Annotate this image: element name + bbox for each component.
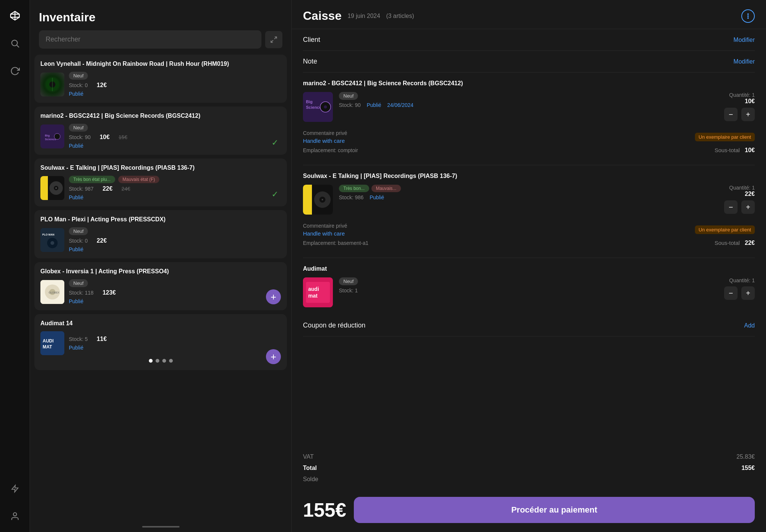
location-label: Emplacement: comptoir <box>303 147 358 153</box>
item-thumbnail: GLOBEX <box>40 280 64 304</box>
item-title: Leon Vynehall - Midnight On Rainbow Road… <box>40 61 281 67</box>
svg-point-35 <box>748 18 748 18</box>
condition-badge: Très bon état plu... <box>69 176 115 183</box>
cart-qty-price: Quantité: 1 10€ − + <box>724 92 755 121</box>
check-icon: ✓ <box>269 188 281 200</box>
item-thumbnail: AUDIMAT <box>40 331 64 355</box>
list-item[interactable]: Leon Vynehall - Midnight On Rainbow Road… <box>34 55 287 103</box>
price-label: 123€ <box>102 289 116 296</box>
published-label: Publié <box>69 246 281 252</box>
price-label: 10€ <box>99 134 110 141</box>
svg-text:MAT: MAT <box>43 344 52 350</box>
price-label: 22€ <box>102 185 113 192</box>
list-item[interactable]: Audimat 14 AUDIMAT Stock: 5 11€ Publié + <box>34 314 287 370</box>
add-to-cart-button[interactable]: + <box>266 349 281 364</box>
qty-decrease-button[interactable]: − <box>724 108 738 121</box>
svg-text:GLOBEX: GLOBEX <box>49 291 59 294</box>
inventory-panel: Inventaire Leon Vynehall - Midnight On R… <box>30 0 292 532</box>
sidebar-icon-user[interactable] <box>7 508 23 525</box>
add-to-cart-button[interactable]: + <box>266 289 281 304</box>
comment-label: Commentaire privé <box>303 130 347 136</box>
cart-stock: Stock: 986 <box>339 194 364 200</box>
svg-marker-6 <box>12 485 18 492</box>
sidebar-icon-diamond[interactable] <box>7 7 23 24</box>
qty-increase-button[interactable]: + <box>741 286 755 300</box>
caisse-footer: 155€ Procéder au paiement <box>292 491 766 532</box>
qty-decrease-button[interactable]: − <box>724 200 738 214</box>
search-wrapper[interactable] <box>39 30 261 49</box>
item-details: Neuf Stock: 118 123€ Publié <box>69 279 281 304</box>
scroll-indicator <box>142 526 180 528</box>
quantity-label: Quantité: 1 <box>724 277 755 283</box>
caisse-body: Client Modifier Note Modifier marino2 - … <box>292 29 766 445</box>
svg-rect-18 <box>40 176 48 200</box>
caisse-articles: (3 articles) <box>386 13 414 19</box>
svg-point-33 <box>748 13 748 14</box>
svg-point-45 <box>322 199 323 200</box>
svg-rect-42 <box>303 185 312 215</box>
item-title: Globex - Inversia 1 | Acting Press (PRES… <box>40 268 281 275</box>
svg-point-34 <box>748 15 748 16</box>
svg-line-5 <box>16 45 19 47</box>
item-details: Très bon état plu... Mauvais état (F) St… <box>69 176 281 200</box>
coupon-row: Coupon de réduction Add <box>303 315 755 336</box>
svg-line-8 <box>275 37 277 39</box>
sidebar-icon-lightning[interactable] <box>7 480 23 497</box>
sidebar-icon-search[interactable] <box>7 35 23 52</box>
sidebar-icon-refresh[interactable] <box>7 63 23 79</box>
check-icon: ✓ <box>269 137 281 149</box>
qty-increase-button[interactable]: + <box>741 108 755 121</box>
caisse-title: Caisse <box>303 9 341 23</box>
list-item[interactable]: marino2 - BGSC2412 | Big Science Records… <box>34 107 287 155</box>
pagination-dot-3[interactable] <box>162 359 166 363</box>
svg-text:audi: audi <box>308 286 319 292</box>
note-modifier-button[interactable]: Modifier <box>733 58 755 65</box>
stock-label: Stock: 90 <box>69 134 91 140</box>
list-item[interactable]: Soulwax - E Talking | [PIAS] Recordings … <box>34 159 287 206</box>
condition-badge-2: Mauvais état (F) <box>118 176 160 183</box>
one-per-client-badge: Un exemplaire par client <box>695 225 755 234</box>
cart-condition-badge: Neuf <box>339 277 358 285</box>
cart-published: Publié <box>370 194 384 200</box>
pagination-dot-2[interactable] <box>156 359 159 363</box>
location-label: Emplacement: basement-a1 <box>303 240 368 246</box>
coupon-add-button[interactable]: Add <box>744 322 755 329</box>
list-item[interactable]: PLO Man - Plexi | Acting Press (PRESSCDX… <box>34 210 287 258</box>
item-thumbnail <box>40 73 64 96</box>
price-label: 11€ <box>97 336 107 342</box>
total-value: 155€ <box>741 465 755 471</box>
comment-label: Commentaire privé <box>303 223 347 229</box>
item-details: Stock: 5 11€ Publié <box>69 336 281 351</box>
pagination-dot-1[interactable] <box>149 359 153 363</box>
svg-line-9 <box>271 40 273 42</box>
vat-value: 25.83€ <box>736 453 755 460</box>
item-title: Soulwax - E Talking | [PIAS] Recordings … <box>40 164 281 171</box>
note-row: Note Modifier <box>303 51 755 73</box>
list-item[interactable]: Globex - Inversia 1 | Acting Press (PRES… <box>34 262 287 310</box>
sidebar <box>0 0 30 532</box>
svg-point-25 <box>50 241 54 245</box>
search-bar <box>39 30 282 49</box>
search-input[interactable] <box>46 36 255 43</box>
svg-text:Big: Big <box>45 134 50 137</box>
sous-total-label: Sous-total <box>714 147 740 153</box>
published-label: Publié <box>69 298 281 304</box>
inventory-header: Inventaire <box>30 0 291 55</box>
item-title: Audimat 14 <box>40 320 281 327</box>
qty-increase-button[interactable]: + <box>741 200 755 214</box>
sous-total-value: 10€ <box>745 147 755 153</box>
cart-condition-badge: Très bon... <box>339 185 369 192</box>
pay-button[interactable]: Procéder au paiement <box>354 497 755 523</box>
client-modifier-button[interactable]: Modifier <box>733 37 755 43</box>
qty-decrease-button[interactable]: − <box>724 286 738 300</box>
cart-date: 24/06/2024 <box>387 102 413 108</box>
stock-label: Stock: 5 <box>69 336 88 342</box>
cart-qty-price: Quantité: 1 22€ − + <box>724 185 755 214</box>
pagination-dot-4[interactable] <box>169 359 173 363</box>
caisse-menu-button[interactable] <box>741 9 755 23</box>
item-details: Neuf Stock: 0 12€ Publié <box>69 72 281 97</box>
comment-text: Handle with care <box>303 230 347 237</box>
expand-button[interactable] <box>265 31 282 48</box>
quantity-label: Quantité: 1 <box>724 185 755 191</box>
svg-text:AUDI: AUDI <box>43 338 53 344</box>
